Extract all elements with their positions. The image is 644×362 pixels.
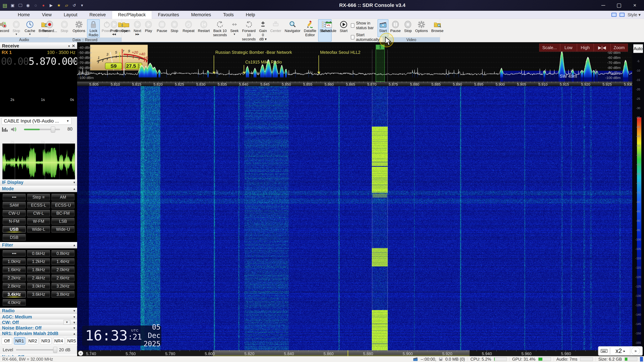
band-navigator[interactable]: « 5.7405.7605.7805.8005.8205.8405.8605.8…	[77, 350, 632, 356]
filter-3-8khz[interactable]: 3.8kHz	[52, 291, 74, 298]
audio-icon[interactable]: ◉	[26, 3, 30, 8]
ribbon-button-record-[interactable]: Record...	[40, 19, 58, 37]
ribbon-button-gain-0[interactable]: Gain 0 dB ▾	[258, 19, 268, 41]
ribbon-button-restart[interactable]: Restart	[196, 19, 211, 41]
mode-w-fm[interactable]: W-FM	[27, 218, 50, 225]
level-slider-handle[interactable]	[53, 347, 57, 353]
audio-device-select[interactable]: CABLE Input (VB-Audio ...▼	[2, 117, 72, 125]
filter-3-4khz[interactable]: 3.4kHz	[3, 291, 26, 298]
nr-button-nr4[interactable]: NR4	[53, 337, 64, 345]
ribbon-button-schedule[interactable]: Schedule	[320, 19, 338, 42]
nr-button-nr3[interactable]: NR3	[40, 337, 51, 345]
mode-usb[interactable]: USB	[3, 226, 26, 233]
mode-am[interactable]: AM	[52, 194, 74, 200]
ribbon-button-repeat[interactable]: Repeat	[181, 19, 196, 41]
receive-panel-header[interactable]: Receive ▾ ✕	[0, 43, 77, 49]
ribbon-button-next[interactable]: Next▶▶	[132, 19, 143, 41]
speaker-icon[interactable]	[11, 127, 18, 132]
filter-2-4khz[interactable]: 2.4kHz	[27, 275, 50, 281]
filter-1-0khz[interactable]: 1.0kHz	[3, 258, 26, 265]
level-slider[interactable]	[16, 349, 55, 351]
mode-step-[interactable]: Step ≡	[27, 194, 50, 200]
ribbon-button-stop[interactable]: Stop	[169, 19, 180, 41]
collapse-icon[interactable]: ▾ ✕	[68, 43, 75, 48]
tab-favourites[interactable]: Favourites	[152, 11, 185, 19]
waterfall-display[interactable]: 16:33 UTC :21 05 Dec 2025	[77, 86, 632, 350]
mute-icon[interactable]: ◌	[33, 3, 38, 8]
filter-1-4khz[interactable]: 1.4kHz	[52, 258, 74, 265]
frequency-readout[interactable]: 00.005.870.000	[1, 56, 78, 67]
filter-2-8khz[interactable]: 2.8kHz	[3, 283, 26, 290]
ribbon-button-lock[interactable]: Lock Radio	[87, 19, 100, 37]
mode-ecss-l[interactable]: ECSS-L	[27, 202, 50, 209]
undo-icon[interactable]: ↺	[72, 3, 77, 8]
play-icon[interactable]: ▶	[49, 3, 54, 8]
filter-3-0khz[interactable]: 3.0kHz	[27, 283, 50, 290]
ribbon-button-seek[interactable]: Seek▾	[229, 19, 240, 41]
ribbon-button-browse[interactable]: Browse	[430, 19, 445, 37]
tab-rec-playback[interactable]: Rec/Playback	[112, 11, 152, 19]
signal-label[interactable]: Meteofax Seoul HLL2	[320, 50, 360, 55]
mode-n-fm[interactable]: N-FM	[3, 218, 26, 225]
navigator-back-button[interactable]: «	[78, 351, 83, 356]
mode--[interactable]: •••	[3, 194, 26, 200]
ribbon-button-open[interactable]: Open	[120, 19, 132, 41]
section-nr1[interactable]: NR1: Ephraim Malah 20dB▴	[0, 331, 77, 337]
checkbox-show-in-status-bar[interactable]: Show in status bar	[351, 21, 381, 30]
ribbon-button-options[interactable]: Options	[71, 19, 87, 37]
mode-cw-l[interactable]: CW-L	[27, 210, 50, 217]
tab-receive[interactable]: Receive	[83, 11, 112, 19]
mode-wide-l[interactable]: Wide-L	[27, 226, 50, 233]
ribbon-button-forward-10[interactable]: Forward 10 seconds	[240, 19, 257, 41]
mode-cw-u[interactable]: CW-U	[3, 210, 26, 217]
spectrum-display[interactable]: 13579 +20+40+60 S9 27.5 SNR SW 49m Scale…	[77, 42, 632, 82]
filter-3-2khz[interactable]: 3.2kHz	[52, 283, 74, 290]
ribbon-button-pause[interactable]: Pause	[155, 19, 168, 41]
filter-2-0khz[interactable]: 2.0kHz	[52, 267, 74, 273]
tab-layout[interactable]: Layout	[58, 11, 83, 19]
favourite-icon[interactable]: ★	[56, 3, 62, 8]
ribbon-button-record[interactable]: Record	[0, 19, 10, 37]
nr-button-off[interactable]: Off	[2, 337, 12, 345]
window-layout-icon[interactable]	[612, 13, 616, 17]
window-cascade-icon[interactable]	[620, 13, 624, 17]
tab-help[interactable]: Help	[240, 11, 261, 19]
tab-tools[interactable]: Tools	[217, 11, 240, 19]
filter-2-2khz[interactable]: 2.2kHz	[3, 275, 26, 281]
ribbon-button-datafile[interactable]: Datafile Editor	[302, 19, 318, 41]
ribbon-button-back-10[interactable]: Back 10 seconds	[212, 19, 228, 41]
volume-slider-handle[interactable]	[51, 126, 55, 133]
folder-icon[interactable]: ▱	[64, 3, 69, 8]
keyboard-entry-button[interactable]	[599, 347, 610, 355]
navigator-forward-button[interactable]: »	[631, 347, 640, 355]
section-if-display[interactable]: IF Display▾	[0, 179, 77, 185]
section-filter[interactable]: Filter▴	[0, 242, 77, 248]
auto-range-button[interactable]: Auto	[633, 44, 643, 53]
equalizer-icon[interactable]	[2, 127, 8, 132]
maximize-button[interactable]: ▢	[611, 0, 627, 10]
volume-slider[interactable]	[24, 129, 60, 130]
spectrum-button-scale-[interactable]: Scale...	[539, 43, 560, 52]
mode-dsb[interactable]: DSB	[3, 234, 26, 241]
mode-sam[interactable]: SAM	[3, 202, 26, 209]
ribbon-button-cache[interactable]: Cache▾	[23, 19, 37, 37]
spectrum-frequency-scale[interactable]	[77, 82, 632, 86]
spectrum-button-low[interactable]: Low	[560, 43, 577, 52]
minimize-button[interactable]: ─	[595, 0, 611, 10]
cw-dropdown[interactable]: ▼	[64, 320, 70, 325]
filter-4-0khz[interactable]: 4.0kHz	[3, 299, 26, 306]
spectrum-button--[interactable]: ▶|◀	[594, 43, 610, 52]
mode-bc-fm[interactable]: BC-FM	[52, 210, 74, 217]
style-menu[interactable]: Style ▾	[628, 12, 641, 17]
qat-dropdown-icon[interactable]: ▾	[80, 3, 84, 8]
tab-home[interactable]: Home	[12, 11, 36, 19]
ribbon-button-play[interactable]: Play	[143, 19, 154, 41]
section-agc[interactable]: AGC: Medium▾	[0, 314, 77, 320]
signal-label[interactable]: Cs1915 Mike Radio	[245, 60, 282, 64]
filter-0-6khz[interactable]: 0.6kHz	[27, 250, 50, 257]
spectrum-button-high[interactable]: High	[577, 43, 594, 52]
section-noise-blanker[interactable]: Noise Blanker: Off▾	[0, 325, 77, 331]
filter-2-6khz[interactable]: 2.6kHz	[52, 275, 74, 281]
section-mode[interactable]: Mode▴	[0, 186, 77, 192]
filter--[interactable]: •••	[3, 250, 26, 257]
